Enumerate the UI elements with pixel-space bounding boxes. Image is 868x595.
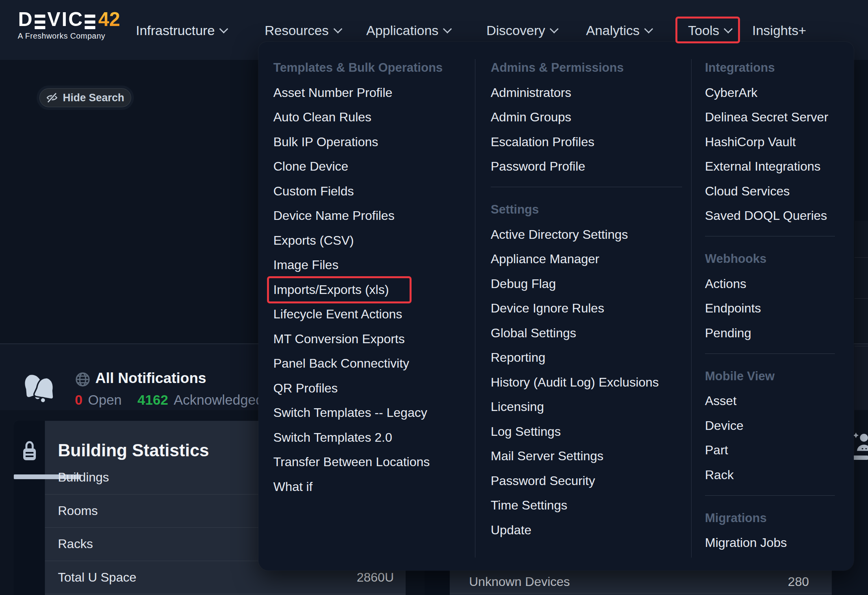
menu-item-mobile-rack[interactable]: Rack xyxy=(705,463,835,487)
menu-item-mobile-device[interactable]: Device xyxy=(705,413,835,438)
menu-item-reporting[interactable]: Reporting xyxy=(491,346,682,370)
device42-dashboard: D V I C 42 A Freshworks Company Infrastr… xyxy=(0,0,868,595)
section-header-mobile-view: Mobile View xyxy=(705,364,835,389)
chevron-down-icon xyxy=(219,24,228,33)
lock-icon xyxy=(22,439,37,462)
menu-item-bulk-ip-operations[interactable]: Bulk IP Operations xyxy=(273,130,462,154)
menu-item-device-name-profiles[interactable]: Device Name Profiles xyxy=(273,204,462,229)
menu-item-delinea-secret-server[interactable]: Delinea Secret Server xyxy=(705,105,835,130)
menu-item-time-settings[interactable]: Time Settings xyxy=(491,493,682,518)
tools-dropdown-menu: Templates & Bulk Operations Asset Number… xyxy=(258,42,854,571)
menu-item-escalation-profiles[interactable]: Escalation Profiles xyxy=(491,130,682,154)
hide-search-button[interactable]: Hide Search xyxy=(39,88,131,107)
menu-item-active-directory-settings[interactable]: Active Directory Settings xyxy=(491,222,682,247)
section-header-settings: Settings xyxy=(491,197,682,222)
menu-item-cyberark[interactable]: CyberArk xyxy=(705,80,835,105)
section-divider xyxy=(705,495,835,496)
menu-item-licensing[interactable]: Licensing xyxy=(491,395,682,420)
menu-item-hashicorp-vault[interactable]: HashiCorp Vault xyxy=(705,130,835,154)
building-statistics-title: Building Statistics xyxy=(58,441,209,460)
menu-item-switch-templates-legacy[interactable]: Switch Templates -- Legacy xyxy=(273,401,462,426)
nav-item-resources[interactable]: Resources xyxy=(265,23,341,38)
nav-item-infrastructure[interactable]: Infrastructure xyxy=(136,23,227,38)
menu-column-admins-settings: Admins & Permissions Administrators Admi… xyxy=(491,55,682,543)
logo-e-bars-icon xyxy=(85,15,95,29)
background-row-divider xyxy=(855,257,868,258)
menu-item-transfer-between-locations[interactable]: Transfer Between Locations xyxy=(273,450,462,475)
section-divider xyxy=(491,187,682,187)
open-label: Open xyxy=(88,392,122,408)
menu-item-update[interactable]: Update xyxy=(491,518,682,543)
menu-item-saved-doql-queries[interactable]: Saved DOQL Queries xyxy=(705,204,835,229)
hide-search-label: Hide Search xyxy=(63,92,124,104)
menu-item-migration-jobs[interactable]: Migration Jobs xyxy=(705,531,835,556)
menu-item-administrators[interactable]: Administrators xyxy=(491,80,682,105)
menu-item-mail-server-settings[interactable]: Mail Server Settings xyxy=(491,444,682,469)
total-u-space-value: 2860U xyxy=(357,570,394,585)
menu-item-image-files[interactable]: Image Files xyxy=(273,253,462,278)
notification-counts: 0 Open 4162 Acknowledged xyxy=(75,392,263,408)
device-statistics-panel: Unknown Devices 280 xyxy=(425,571,832,595)
eye-off-icon xyxy=(46,92,58,104)
menu-item-log-settings[interactable]: Log Settings xyxy=(491,419,682,444)
section-header-migrations: Migrations xyxy=(705,506,835,531)
section-header-webhooks: Webhooks xyxy=(705,246,835,271)
menu-item-clone-device[interactable]: Clone Device xyxy=(273,154,462,179)
logo-e-bars-icon xyxy=(35,15,45,29)
background-row-divider xyxy=(855,346,868,346)
chevron-down-icon xyxy=(644,24,653,33)
menu-item-cloud-services[interactable]: Cloud Services xyxy=(705,179,835,204)
menu-item-endpoints[interactable]: Endpoints xyxy=(705,296,835,321)
menu-item-qr-profiles[interactable]: QR Profiles xyxy=(273,376,462,401)
menu-item-debug-flag[interactable]: Debug Flag xyxy=(491,271,682,296)
menu-item-auto-clean-rules[interactable]: Auto Clean Rules xyxy=(273,105,462,130)
menu-item-custom-fields[interactable]: Custom Fields xyxy=(273,179,462,204)
nav-item-discovery[interactable]: Discovery xyxy=(486,23,557,38)
menu-item-password-security[interactable]: Password Security xyxy=(491,469,682,493)
chevron-down-icon xyxy=(550,24,559,33)
acknowledged-count: 4162 xyxy=(137,392,168,408)
menu-item-admin-groups[interactable]: Admin Groups xyxy=(491,105,682,130)
menu-column-integrations: Integrations CyberArk Delinea Secret Ser… xyxy=(705,55,835,555)
menu-item-mt-conversion-exports[interactable]: MT Conversion Exports xyxy=(273,327,462,351)
menu-item-external-integrations[interactable]: External Integrations xyxy=(705,154,835,179)
menu-item-device-ignore-rules[interactable]: Device Ignore Rules xyxy=(491,296,682,321)
menu-item-actions[interactable]: Actions xyxy=(705,271,835,296)
menu-item-password-profile[interactable]: Password Profile xyxy=(491,154,682,179)
nav-item-applications[interactable]: Applications xyxy=(366,23,451,38)
all-notifications-link[interactable]: All Notifications xyxy=(95,370,206,387)
nav-item-analytics[interactable]: Analytics xyxy=(586,23,652,38)
section-header-templates-bulk-operations: Templates & Bulk Operations xyxy=(273,55,462,80)
menu-item-switch-templates-2-0[interactable]: Switch Templates 2.0 xyxy=(273,425,462,450)
menu-item-what-if[interactable]: What if xyxy=(273,474,462,499)
menu-item-panel-back-connectivity[interactable]: Panel Back Connectivity xyxy=(273,351,462,376)
section-header-admins-permissions: Admins & Permissions xyxy=(491,55,682,80)
tools-highlight-box xyxy=(675,17,740,43)
menu-item-mobile-asset[interactable]: Asset xyxy=(705,389,835,414)
acknowledged-label: Acknowledged xyxy=(174,392,263,408)
stat-row-unknown-devices[interactable]: Unknown Devices 280 xyxy=(450,571,832,593)
notification-bells-icon[interactable] xyxy=(21,368,61,409)
menu-item-exports-csv[interactable]: Exports (CSV) xyxy=(273,228,462,253)
menu-item-mobile-part[interactable]: Part xyxy=(705,438,835,463)
logo-wordmark: D V I C 42 xyxy=(18,9,120,29)
chevron-down-icon xyxy=(333,24,342,33)
menu-item-lifecycle-event-actions[interactable]: Lifecycle Event Actions xyxy=(273,302,462,327)
menu-item-history-audit-log-exclusions[interactable]: History (Audit Log) Exclusions xyxy=(491,370,682,395)
logo-42: 42 xyxy=(98,9,120,29)
device42-logo[interactable]: D V I C 42 A Freshworks Company xyxy=(18,9,120,41)
section-divider xyxy=(705,236,835,236)
open-count: 0 xyxy=(75,392,82,408)
column-divider xyxy=(475,59,475,558)
menu-item-global-settings[interactable]: Global Settings xyxy=(491,321,682,346)
globe-icon xyxy=(75,372,91,387)
menu-item-pending[interactable]: Pending xyxy=(705,321,835,346)
panel-side-rail xyxy=(14,421,45,595)
menu-item-appliance-manager[interactable]: Appliance Manager xyxy=(491,247,682,272)
background-row-divider xyxy=(855,298,868,299)
menu-item-asset-number-profile[interactable]: Asset Number Profile xyxy=(273,80,462,105)
nav-item-insights-plus[interactable]: Insights+ xyxy=(752,23,806,38)
assistant-person-icon[interactable] xyxy=(852,431,868,453)
unknown-devices-value: 280 xyxy=(788,575,809,589)
column-divider xyxy=(691,59,692,558)
